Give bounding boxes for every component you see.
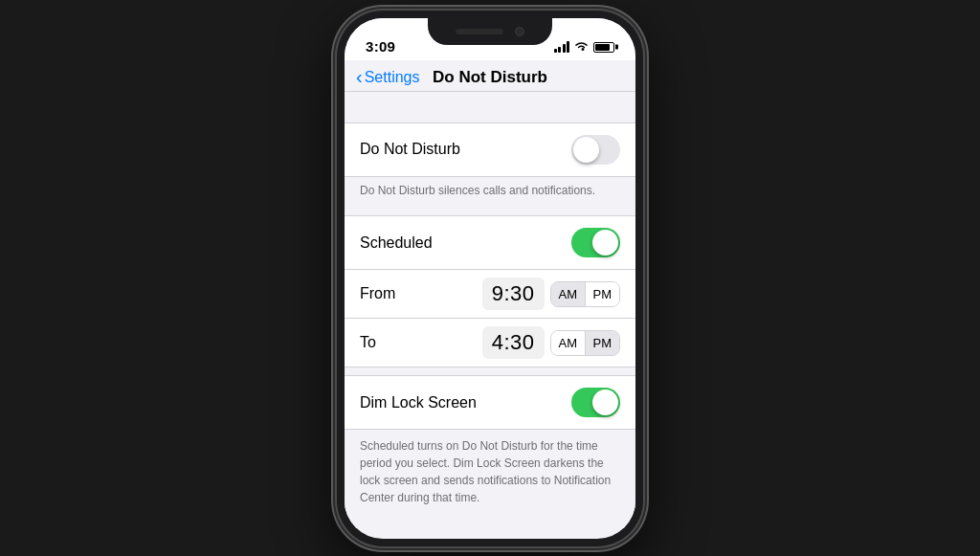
to-ampm-group: AM PM [550,330,621,356]
scheduled-toggle[interactable] [571,228,620,257]
from-ampm-group: AM PM [550,281,621,307]
camera [515,27,524,36]
dim-lock-screen-card: Dim Lock Screen [345,375,635,430]
section-spacer-1 [345,92,635,122]
scheduled-toggle-knob [592,230,618,256]
from-time-value[interactable]: 9:30 [482,278,545,310]
do-not-disturb-row: Do Not Disturb [345,123,635,176]
dim-lock-screen-label: Dim Lock Screen [360,394,477,411]
content-area: Do Not Disturb Do Not Disturb silences c… [345,92,635,528]
scheduled-card: Scheduled From 9:30 AM PM [345,215,635,367]
status-time: 3:09 [366,38,395,55]
chevron-left-icon: ‹ [356,67,363,86]
to-label: To [360,334,482,351]
from-time-controls: 9:30 AM PM [482,278,620,310]
do-not-disturb-label: Do Not Disturb [360,141,460,158]
wifi-icon [574,40,589,55]
dim-lock-screen-toggle-knob [592,389,618,415]
back-label: Settings [365,69,420,86]
section-spacer-2 [345,208,635,215]
speaker [456,29,503,34]
to-time-value[interactable]: 4:30 [482,326,545,359]
toggle-knob [573,137,599,163]
to-am-button[interactable]: AM [551,331,586,355]
from-pm-button[interactable]: PM [586,282,620,306]
from-am-button[interactable]: AM [551,282,586,306]
scheduled-row: Scheduled [345,216,635,270]
status-icons [554,40,615,55]
page-title: Do Not Disturb [433,68,547,87]
from-row: From 9:30 AM PM [345,270,635,319]
to-time-controls: 4:30 AM PM [482,326,620,359]
screen: 3:09 [345,18,635,539]
to-pm-button[interactable]: PM [586,331,620,355]
footer-description: Scheduled turns on Do Not Disturb for th… [345,430,635,518]
section-spacer-3 [345,367,635,375]
to-row: To 4:30 AM PM [345,319,635,367]
from-label: From [360,285,482,302]
nav-bar: ‹ Settings Do Not Disturb [345,60,635,92]
do-not-disturb-card: Do Not Disturb [345,122,635,177]
dim-lock-screen-toggle[interactable] [571,388,620,417]
do-not-disturb-description: Do Not Disturb silences calls and notifi… [345,177,635,209]
do-not-disturb-toggle[interactable] [571,135,620,165]
dim-lock-screen-row: Dim Lock Screen [345,376,635,429]
phone-frame: 3:09 [337,11,643,546]
signal-icon [554,41,570,53]
back-button[interactable]: ‹ Settings [356,68,419,86]
battery-icon [593,42,614,53]
notch [428,18,552,45]
scheduled-label: Scheduled [360,234,433,252]
